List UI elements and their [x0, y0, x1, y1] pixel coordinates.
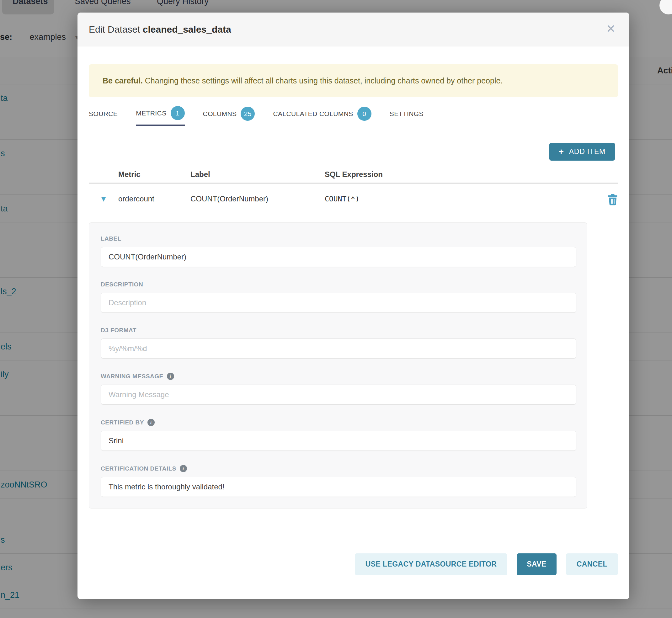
- d3-format-field-label-text: D3 FORMAT: [101, 327, 136, 334]
- tab-columns-badge: 25: [241, 107, 255, 121]
- metrics-table-header: Metric Label SQL Expression: [89, 165, 618, 184]
- add-item-label: ADD ITEM: [569, 147, 605, 156]
- delete-column-spacer: [599, 165, 618, 183]
- info-icon: i: [180, 465, 187, 472]
- certification-details-input[interactable]: [101, 477, 576, 497]
- metric-detail-panel: LABEL DESCRIPTION D3 FORMAT: [89, 222, 587, 509]
- modal-title-dataset-name: cleaned_sales_data: [143, 24, 231, 34]
- info-icon: i: [167, 373, 174, 380]
- save-button[interactable]: SAVE: [517, 553, 557, 575]
- modal-footer: USE LEGACY DATASOURCE EDITOR SAVE CANCEL: [89, 544, 618, 583]
- modal-title: Edit Dataset cleaned_sales_data: [89, 24, 231, 34]
- certified-by-field-label: CERTIFIED BY i: [101, 419, 576, 426]
- modal-title-prefix: Edit Dataset: [89, 24, 143, 34]
- edit-dataset-modal: Edit Dataset cleaned_sales_data ✕ Be car…: [78, 13, 629, 599]
- description-input[interactable]: [101, 293, 576, 313]
- description-field-group: DESCRIPTION: [101, 281, 576, 313]
- warning-message-field-label-text: WARNING MESSAGE: [101, 373, 164, 380]
- plus-icon: +: [559, 147, 564, 157]
- tab-metrics-label: METRICS: [136, 109, 166, 117]
- d3-format-input[interactable]: [101, 338, 576, 358]
- tab-calculated-columns-badge: 0: [357, 107, 371, 121]
- tab-settings-label: SETTINGS: [390, 110, 423, 118]
- tab-source-label: SOURCE: [89, 110, 118, 118]
- certification-details-field-label-text: CERTIFICATION DETAILS: [101, 465, 176, 472]
- close-icon[interactable]: ✕: [606, 13, 615, 46]
- certified-by-input[interactable]: [101, 431, 576, 451]
- label-field-group: LABEL: [101, 235, 576, 267]
- info-icon: i: [148, 419, 155, 426]
- metric-sql-expression: COUNT(*): [325, 184, 599, 214]
- expand-caret-icon[interactable]: ▾: [101, 194, 106, 204]
- description-field-label-text: DESCRIPTION: [101, 281, 143, 288]
- warning-message-input[interactable]: [101, 385, 576, 405]
- warning-message-field-label: WARNING MESSAGE i: [101, 373, 576, 380]
- warning-banner-bold: Be careful.: [103, 76, 143, 85]
- tab-columns-label: COLUMNS: [203, 110, 237, 118]
- add-item-button[interactable]: + ADD ITEM: [549, 143, 615, 161]
- screen: Datasets Saved Queries Query History se:…: [0, 0, 672, 618]
- dataset-editor-tabs: SOURCE METRICS 1 COLUMNS 25 CALCULATED C…: [89, 102, 618, 126]
- description-field-label: DESCRIPTION: [101, 281, 576, 288]
- certification-details-field-label: CERTIFICATION DETAILS i: [101, 465, 576, 472]
- tab-metrics[interactable]: METRICS 1: [136, 102, 184, 126]
- tab-calculated-columns-label: CALCULATED COLUMNS: [273, 110, 353, 118]
- certified-by-field-label-text: CERTIFIED BY: [101, 419, 144, 426]
- tab-source[interactable]: SOURCE: [89, 102, 118, 126]
- tab-columns[interactable]: COLUMNS 25: [203, 102, 255, 126]
- d3-format-field-group: D3 FORMAT: [101, 327, 576, 358]
- metric-name: ordercount: [118, 184, 190, 214]
- label-field-label-text: LABEL: [101, 235, 121, 242]
- tab-calculated-columns[interactable]: CALCULATED COLUMNS 0: [273, 102, 371, 126]
- warning-banner: Be careful. Changing these settings will…: [89, 64, 618, 97]
- warning-message-field-group: WARNING MESSAGE i: [101, 373, 576, 405]
- metric-label: COUNT(OrderNumber): [190, 184, 325, 214]
- use-legacy-datasource-editor-button[interactable]: USE LEGACY DATASOURCE EDITOR: [355, 553, 507, 575]
- tab-settings[interactable]: SETTINGS: [390, 102, 423, 126]
- modal-body: Be careful. Changing these settings will…: [78, 64, 629, 583]
- certification-details-field-group: CERTIFICATION DETAILS i: [101, 465, 576, 497]
- add-item-row: + ADD ITEM: [89, 143, 618, 161]
- tab-metrics-badge: 1: [171, 106, 185, 120]
- metric-row-ordercount: ▾ ordercount COUNT(OrderNumber) COUNT(*): [89, 184, 618, 214]
- sql-expression-column-header: SQL Expression: [325, 165, 599, 183]
- warning-banner-text: Changing these settings will affect all …: [143, 76, 503, 85]
- d3-format-field-label: D3 FORMAT: [101, 327, 576, 334]
- label-field-label: LABEL: [101, 235, 576, 242]
- cancel-button[interactable]: CANCEL: [566, 553, 618, 575]
- metric-column-header: Metric: [118, 165, 190, 183]
- caret-column-spacer: [89, 165, 118, 183]
- label-input[interactable]: [101, 247, 576, 267]
- trash-icon[interactable]: [607, 194, 618, 205]
- modal-header: Edit Dataset cleaned_sales_data ✕: [78, 13, 629, 46]
- certified-by-field-group: CERTIFIED BY i: [101, 419, 576, 451]
- label-column-header: Label: [190, 165, 325, 183]
